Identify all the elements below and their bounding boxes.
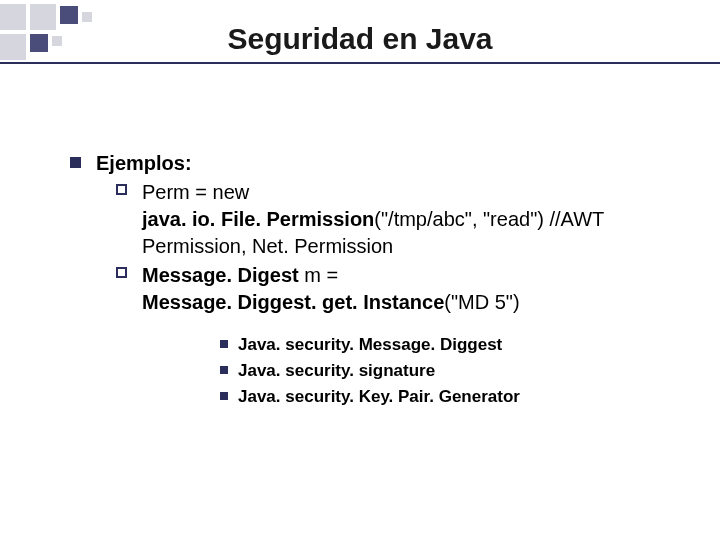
slide: Seguridad en Java Ejemplos: Perm = new j… bbox=[0, 0, 720, 540]
l2a-line3: Permission, Net. Permission bbox=[142, 235, 393, 257]
content-area: Ejemplos: Perm = new java. io. File. Per… bbox=[70, 150, 680, 412]
bullet-level3: Java. security. Key. Pair. Generator bbox=[220, 386, 680, 409]
square-small-icon bbox=[220, 340, 228, 348]
bullet-level3: Java. security. signature bbox=[220, 360, 680, 383]
l2b-line2: Message. Diggest. get. Instance("MD 5") bbox=[142, 291, 520, 313]
square-small-icon bbox=[220, 392, 228, 400]
square-outline-icon bbox=[116, 184, 127, 195]
l2b-line1: Message. Digest m = bbox=[142, 264, 338, 286]
l2a-line2: java. io. File. Permission("/tmp/abc", "… bbox=[142, 208, 604, 230]
square-outline-icon bbox=[116, 267, 127, 278]
slide-title: Seguridad en Java bbox=[0, 22, 720, 56]
l3-item: Java. security. Message. Diggest bbox=[238, 335, 502, 354]
l3-item: Java. security. signature bbox=[238, 361, 435, 380]
square-small-icon bbox=[220, 366, 228, 374]
l2a-line1: Perm = new bbox=[142, 181, 249, 203]
bullet-level1: Ejemplos: Perm = new java. io. File. Per… bbox=[70, 150, 680, 316]
level3-group: Java. security. Message. Diggest Java. s… bbox=[220, 334, 680, 409]
l3-item: Java. security. Key. Pair. Generator bbox=[238, 387, 520, 406]
bullet-level2: Message. Digest m = Message. Diggest. ge… bbox=[116, 262, 680, 316]
l1-heading: Ejemplos: bbox=[96, 152, 192, 174]
bullet-level3: Java. security. Message. Diggest bbox=[220, 334, 680, 357]
title-rule bbox=[0, 62, 720, 64]
bullet-level2: Perm = new java. io. File. Permission("/… bbox=[116, 179, 680, 260]
square-filled-icon bbox=[70, 157, 81, 168]
